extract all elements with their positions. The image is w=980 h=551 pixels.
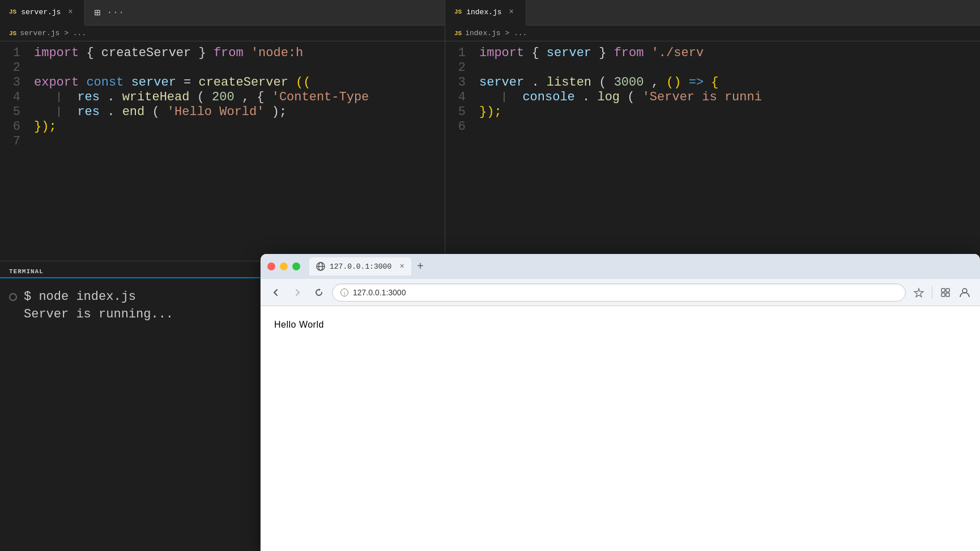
left-tab-bar: JS server.js × ⊞ ··· <box>0 0 445 26</box>
browser-close-btn[interactable] <box>267 262 275 270</box>
split-icon[interactable]: ⊞ <box>94 6 100 19</box>
browser-extensions-btn[interactable] <box>937 284 954 301</box>
browser-forward-btn[interactable] <box>289 284 306 301</box>
address-bar[interactable]: i 127.0.0.1:3000 <box>332 283 906 302</box>
browser-content: Hello World <box>261 306 980 551</box>
left-breadcrumb-text: server.js > ... <box>20 29 86 37</box>
browser-hello-world: Hello World <box>274 320 324 329</box>
code-line-right-5: 5 }); <box>445 105 980 120</box>
js-breadcrumb-icon-left: JS <box>9 30 16 37</box>
left-breadcrumb: JS server.js > ... <box>0 26 445 41</box>
browser-tab-bar: 127.0.0.1:3000 × + <box>261 254 980 279</box>
code-line-left-5: 5 res . end ( 'Hello World' ); <box>0 105 445 120</box>
browser-minimize-btn[interactable] <box>280 262 288 270</box>
svg-text:i: i <box>344 290 346 296</box>
code-line-left-6: 6 }); <box>0 120 445 134</box>
more-icon[interactable]: ··· <box>107 8 125 17</box>
terminal-status-indicator <box>9 293 17 301</box>
browser-back-btn[interactable] <box>267 284 284 301</box>
address-url-text: 127.0.0.1:3000 <box>353 288 406 297</box>
code-line-left-3: 3 export const server = createServer (( <box>0 75 445 90</box>
browser-tab-active[interactable]: 127.0.0.1:3000 × <box>309 257 411 276</box>
editor-actions: ⊞ ··· <box>85 6 134 19</box>
right-code-area[interactable]: 1 import { server } from './serv 2 3 ser… <box>445 41 980 261</box>
js-icon-right: JS <box>454 9 462 15</box>
browser-window: 127.0.0.1:3000 × + i 127.0.0.1:3000 <box>261 254 980 551</box>
code-line-right-3: 3 server . listen ( 3000 , () => { <box>445 75 980 90</box>
code-line-right-4: 4 console . log ( 'Server is runni <box>445 90 980 105</box>
code-line-left-4: 4 res . writeHead ( 200 , { 'Content-Typ… <box>0 90 445 105</box>
browser-nav-bar: i 127.0.0.1:3000 <box>261 279 980 306</box>
tab-server-js[interactable]: JS server.js × <box>0 0 85 26</box>
code-line-left-2: 2 <box>0 61 445 75</box>
terminal-content: $ node index.js Server is running... <box>0 278 260 333</box>
terminal-header: TERMINAL <box>0 261 260 278</box>
svg-rect-7 <box>941 293 945 296</box>
right-tab-bar: JS index.js × <box>445 0 980 26</box>
terminal-command: $ node index.js <box>24 290 136 304</box>
tab-index-js[interactable]: JS index.js × <box>445 0 526 26</box>
terminal-output: Server is running... <box>9 307 251 321</box>
code-line-left-7: 7 <box>0 134 445 149</box>
right-breadcrumb-text: index.js > ... <box>465 29 527 37</box>
browser-tab-close-btn[interactable]: × <box>400 262 404 271</box>
left-code-area[interactable]: 1 import { createServer } from 'node:h 2… <box>0 41 445 261</box>
terminal-prompt: $ node index.js <box>9 290 251 304</box>
code-line-right-6: 6 <box>445 120 980 134</box>
browser-tab-url: 127.0.0.1:3000 <box>330 262 391 271</box>
address-info-icon: i <box>340 289 348 296</box>
tab-server-js-close[interactable]: × <box>65 7 75 17</box>
right-breadcrumb: JS index.js > ... <box>445 26 980 41</box>
globe-icon <box>316 262 325 271</box>
tab-index-js-close[interactable]: × <box>506 7 517 17</box>
tab-server-js-label: server.js <box>21 8 61 16</box>
browser-refresh-btn[interactable] <box>310 284 327 301</box>
browser-new-tab-btn[interactable]: + <box>411 257 429 276</box>
browser-actions <box>910 284 973 301</box>
svg-rect-5 <box>941 289 945 292</box>
browser-maximize-btn[interactable] <box>292 262 300 270</box>
svg-rect-8 <box>946 293 949 296</box>
tab-index-js-label: index.js <box>466 8 501 16</box>
terminal-output-text: Server is running... <box>24 307 173 321</box>
browser-profile-btn[interactable] <box>956 284 973 301</box>
code-line-left-1: 1 import { createServer } from 'node:h <box>0 46 445 61</box>
js-icon: JS <box>9 9 16 15</box>
code-line-right-1: 1 import { server } from './serv <box>445 46 980 61</box>
js-breadcrumb-icon-right: JS <box>454 30 462 37</box>
code-line-right-2: 2 <box>445 61 980 75</box>
browser-bookmark-btn[interactable] <box>910 284 927 301</box>
svg-rect-6 <box>946 289 949 292</box>
nav-separator <box>932 286 932 299</box>
